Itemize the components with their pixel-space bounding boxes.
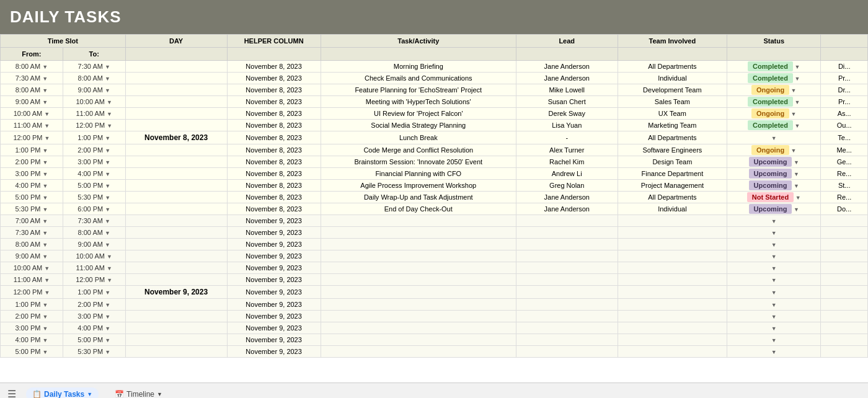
to-cell[interactable]: 9:00 AM ▼	[63, 239, 125, 250]
table-row: 7:30 AM ▼8:00 AM ▼November 8, 2023Check …	[1, 73, 868, 84]
to-cell[interactable]: 7:30 AM ▼	[63, 61, 125, 73]
task-cell: Meeting with 'HyperTech Solutions'	[321, 96, 516, 108]
header-helper: HELPER COLUMN	[227, 35, 321, 48]
from-cell[interactable]: 3:00 PM ▼	[1, 168, 63, 180]
to-cell[interactable]: 6:00 PM ▼	[63, 203, 125, 215]
status-cell[interactable]: ▼	[727, 274, 821, 286]
to-cell[interactable]: 8:00 AM ▼	[63, 227, 125, 239]
to-cell[interactable]: 2:00 PM ▼	[63, 144, 125, 156]
status-cell[interactable]: Completed ▼	[727, 73, 821, 84]
table-row: 1:00 PM ▼2:00 PM ▼November 8, 2023Code M…	[1, 144, 868, 156]
to-cell[interactable]: 8:00 AM ▼	[63, 73, 125, 84]
day-cell	[125, 192, 227, 203]
from-cell[interactable]: 7:30 AM ▼	[1, 227, 63, 239]
to-cell[interactable]: 4:00 PM ▼	[63, 322, 125, 334]
status-cell[interactable]: Ongoing ▼	[727, 144, 821, 156]
lead-cell	[516, 311, 618, 322]
menu-icon[interactable]: ☰	[7, 388, 16, 398]
to-cell[interactable]: 11:00 AM ▼	[63, 262, 125, 274]
status-cell[interactable]: Upcoming ▼	[727, 156, 821, 168]
to-cell[interactable]: 7:30 AM ▼	[63, 215, 125, 227]
from-cell[interactable]: 8:00 AM ▼	[1, 84, 63, 96]
status-cell[interactable]: Upcoming ▼	[727, 180, 821, 192]
from-cell[interactable]: 8:00 AM ▼	[1, 239, 63, 250]
helper-cell: November 8, 2023	[227, 168, 321, 180]
spreadsheet-container[interactable]: Time Slot DAY HELPER COLUMN Task/Activit…	[0, 34, 868, 383]
tab-timeline-dropdown[interactable]: ▼	[157, 391, 162, 397]
status-cell[interactable]: ▼	[727, 239, 821, 250]
to-cell[interactable]: 2:00 PM ▼	[63, 299, 125, 311]
extra-cell: Di...	[821, 61, 868, 73]
day-cell	[125, 227, 227, 239]
to-cell[interactable]: 1:00 PM ▼	[63, 131, 125, 144]
status-cell[interactable]: Ongoing ▼	[727, 108, 821, 120]
to-cell[interactable]: 5:00 PM ▼	[63, 180, 125, 192]
status-cell[interactable]: ▼	[727, 311, 821, 322]
from-cell[interactable]: 1:00 PM ▼	[1, 144, 63, 156]
to-cell[interactable]: 11:00 AM ▼	[63, 108, 125, 120]
status-cell[interactable]: ▼	[727, 262, 821, 274]
to-cell[interactable]: 3:00 PM ▼	[63, 156, 125, 168]
status-cell[interactable]: ▼	[727, 322, 821, 334]
to-cell[interactable]: 5:00 PM ▼	[63, 334, 125, 346]
from-cell[interactable]: 5:00 PM ▼	[1, 346, 63, 358]
to-cell[interactable]: 12:00 PM ▼	[63, 274, 125, 286]
status-cell[interactable]: ▼	[727, 334, 821, 346]
main-table: Time Slot DAY HELPER COLUMN Task/Activit…	[0, 34, 868, 358]
status-cell[interactable]: ▼	[727, 227, 821, 239]
from-cell[interactable]: 4:00 PM ▼	[1, 180, 63, 192]
from-cell[interactable]: 8:00 AM ▼	[1, 61, 63, 73]
to-cell[interactable]: 5:30 PM ▼	[63, 192, 125, 203]
status-cell[interactable]: Completed ▼	[727, 61, 821, 73]
team-cell: Finance Department	[618, 168, 727, 180]
from-cell[interactable]: 12:00 PM ▼	[1, 286, 63, 299]
tab-daily-tasks-dropdown[interactable]: ▼	[87, 391, 92, 397]
status-cell[interactable]: Ongoing ▼	[727, 84, 821, 96]
from-cell[interactable]: 7:30 AM ▼	[1, 73, 63, 84]
from-cell[interactable]: 10:00 AM ▼	[1, 108, 63, 120]
from-cell[interactable]: 12:00 PM ▼	[1, 131, 63, 144]
tab-timeline[interactable]: 📅 Timeline ▼	[108, 387, 169, 399]
status-cell[interactable]: Upcoming ▼	[727, 168, 821, 180]
from-cell[interactable]: 11:00 AM ▼	[1, 274, 63, 286]
status-cell[interactable]: Completed ▼	[727, 96, 821, 108]
from-cell[interactable]: 2:00 PM ▼	[1, 311, 63, 322]
to-cell[interactable]: 1:00 PM ▼	[63, 286, 125, 299]
from-cell[interactable]: 2:00 PM ▼	[1, 156, 63, 168]
status-cell[interactable]: ▼	[727, 250, 821, 262]
from-cell[interactable]: 1:00 PM ▼	[1, 299, 63, 311]
to-cell[interactable]: 4:00 PM ▼	[63, 168, 125, 180]
extra-cell	[821, 286, 868, 299]
status-cell[interactable]: ▼	[727, 346, 821, 358]
extra-cell: Re...	[821, 192, 868, 203]
status-cell[interactable]: ▼	[727, 299, 821, 311]
from-cell[interactable]: 3:00 PM ▼	[1, 322, 63, 334]
to-cell[interactable]: 5:30 PM ▼	[63, 346, 125, 358]
status-cell[interactable]: Completed ▼	[727, 120, 821, 131]
from-cell[interactable]: 4:00 PM ▼	[1, 334, 63, 346]
tab-daily-tasks[interactable]: 📋 Daily Tasks ▼	[26, 387, 99, 399]
extra-cell	[821, 299, 868, 311]
status-cell[interactable]: Not Started ▼	[727, 192, 821, 203]
lead-cell: Andrew Li	[516, 168, 618, 180]
from-cell[interactable]: 10:00 AM ▼	[1, 262, 63, 274]
from-cell[interactable]: 9:00 AM ▼	[1, 96, 63, 108]
from-cell[interactable]: 7:00 AM ▼	[1, 215, 63, 227]
to-cell[interactable]: 10:00 AM ▼	[63, 250, 125, 262]
status-cell[interactable]: ▼	[727, 131, 821, 144]
table-row: 8:00 AM ▼9:00 AM ▼November 9, 2023▼	[1, 239, 868, 250]
day-cell	[125, 168, 227, 180]
status-cell[interactable]: ▼	[727, 215, 821, 227]
status-cell[interactable]: Upcoming ▼	[727, 203, 821, 215]
from-cell[interactable]: 9:00 AM ▼	[1, 250, 63, 262]
from-cell[interactable]: 11:00 AM ▼	[1, 120, 63, 131]
status-cell[interactable]: ▼	[727, 286, 821, 299]
to-cell[interactable]: 12:00 PM ▼	[63, 120, 125, 131]
to-cell[interactable]: 3:00 PM ▼	[63, 311, 125, 322]
to-cell[interactable]: 9:00 AM ▼	[63, 84, 125, 96]
from-cell[interactable]: 5:00 PM ▼	[1, 192, 63, 203]
lead-cell: Derek Sway	[516, 108, 618, 120]
from-cell[interactable]: 5:30 PM ▼	[1, 203, 63, 215]
header-extra	[821, 35, 868, 48]
to-cell[interactable]: 10:00 AM ▼	[63, 96, 125, 108]
